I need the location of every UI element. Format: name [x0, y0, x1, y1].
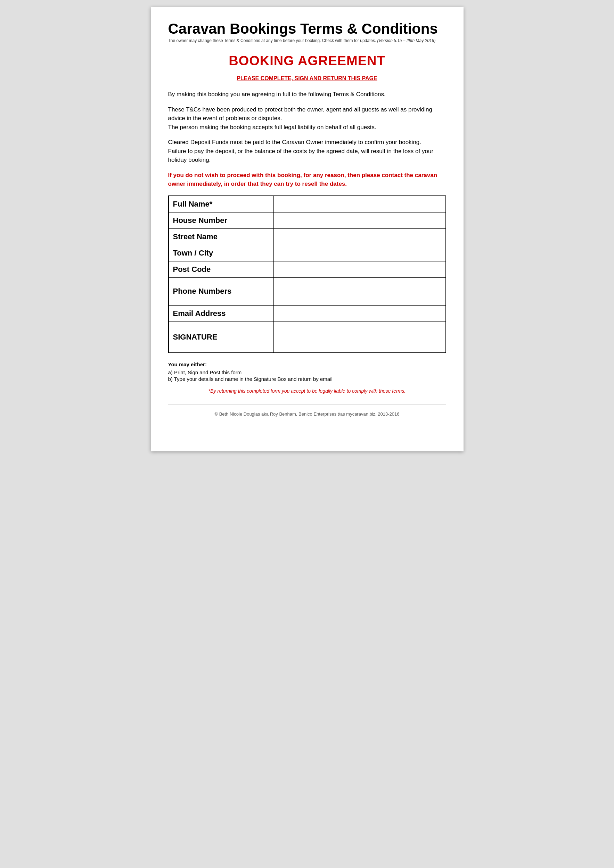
- field-value-housenumber[interactable]: [274, 212, 446, 228]
- subtitle-version: (Version 5.1a – 29th May 2016): [377, 38, 436, 43]
- table-row: SIGNATURE: [168, 321, 446, 353]
- table-row: Phone Numbers: [168, 277, 446, 305]
- you-may-label: You may either:: [168, 361, 446, 367]
- field-value-signature[interactable]: [274, 321, 446, 353]
- para2: These T&Cs have been produced to protect…: [168, 105, 446, 132]
- copyright: © Beth Nicole Douglas aka Roy Benham, Be…: [168, 411, 446, 417]
- warning-text: If you do not wish to proceed with this …: [168, 171, 446, 189]
- para3b: Failure to pay the deposit, or the balan…: [168, 148, 434, 164]
- para2b: The person making the booking accepts fu…: [168, 124, 376, 130]
- subtitle-text: The owner may change these Terms & Condi…: [168, 38, 376, 43]
- field-label-housenumber: House Number: [168, 212, 274, 228]
- booking-form-table: Full Name* House Number Street Name Town…: [168, 195, 446, 353]
- main-title: Caravan Bookings Terms & Conditions: [168, 21, 446, 37]
- field-label-email: Email Address: [168, 305, 274, 321]
- table-row: Email Address: [168, 305, 446, 321]
- para3: Cleared Deposit Funds must be paid to th…: [168, 138, 446, 164]
- you-may-item-a: a) Print, Sign and Post this form: [168, 369, 446, 375]
- you-may-item-b: b) Type your details and name in the Sig…: [168, 376, 446, 382]
- table-row: Post Code: [168, 261, 446, 277]
- table-row: House Number: [168, 212, 446, 228]
- field-label-fullname: Full Name*: [168, 196, 274, 212]
- booking-title: BOOKING AGREEMENT: [168, 53, 446, 68]
- footer-divider: [168, 404, 446, 405]
- field-value-postcode[interactable]: [274, 261, 446, 277]
- table-row: Town / City: [168, 245, 446, 261]
- field-value-phone[interactable]: [274, 277, 446, 305]
- field-value-towncity[interactable]: [274, 245, 446, 261]
- field-label-phone: Phone Numbers: [168, 277, 274, 305]
- page-container: Caravan Bookings Terms & Conditions The …: [151, 7, 463, 451]
- para3a: Cleared Deposit Funds must be paid to th…: [168, 139, 421, 146]
- field-value-streetname[interactable]: [274, 228, 446, 245]
- field-label-signature: SIGNATURE: [168, 321, 274, 353]
- subtitle: The owner may change these Terms & Condi…: [168, 38, 446, 43]
- table-row: Full Name*: [168, 196, 446, 212]
- field-value-fullname[interactable]: [274, 196, 446, 212]
- para2a: These T&Cs have been produced to protect…: [168, 106, 432, 122]
- legal-note: *By returning this completed form you ac…: [168, 388, 446, 394]
- you-may-bold: You may either:: [168, 361, 207, 367]
- complete-sign-label: PLEASE COMPLETE, SIGN AND RETURN THIS PA…: [168, 75, 446, 82]
- you-may-list: a) Print, Sign and Post this form b) Typ…: [168, 369, 446, 382]
- field-value-email[interactable]: [274, 305, 446, 321]
- table-row: Street Name: [168, 228, 446, 245]
- para1: By making this booking you are agreeing …: [168, 90, 446, 99]
- field-label-streetname: Street Name: [168, 228, 274, 245]
- field-label-postcode: Post Code: [168, 261, 274, 277]
- field-label-towncity: Town / City: [168, 245, 274, 261]
